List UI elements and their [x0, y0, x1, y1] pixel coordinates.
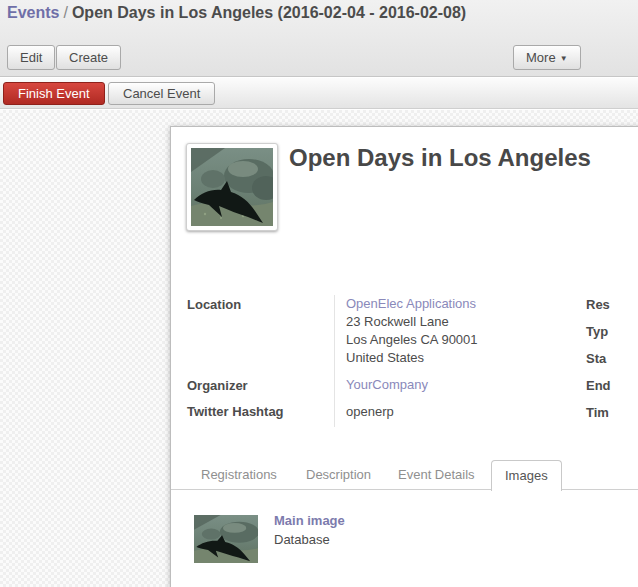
start-date-label: Sta	[586, 351, 638, 366]
twitter-hashtag-label: Twitter Hashtag	[187, 404, 332, 419]
tab-registrations[interactable]: Registrations	[201, 467, 277, 482]
responsible-label: Res	[586, 297, 638, 312]
event-photo-underwater	[191, 148, 273, 226]
form-sheet: Open Days in Los Angeles Location OpenEl…	[170, 126, 638, 587]
event-photo-frame	[186, 143, 278, 231]
location-country: United States	[346, 350, 424, 365]
hashtag-text: openerp	[346, 404, 394, 419]
breadcrumb: Events/Open Days in Los Angeles (2016-02…	[7, 4, 466, 22]
location-city: Los Angeles CA 90001	[346, 332, 478, 347]
organizer-link[interactable]: YourCompany	[346, 377, 428, 392]
main-image-link[interactable]: Main image	[274, 513, 345, 528]
tab-description[interactable]: Description	[306, 467, 371, 482]
location-label: Location	[187, 297, 332, 312]
twitter-hashtag-value: openerp	[346, 403, 394, 421]
timezone-label: Tim	[586, 405, 638, 420]
breadcrumb-events-link[interactable]: Events	[7, 4, 59, 21]
cancel-event-button[interactable]: Cancel Event	[108, 82, 215, 105]
end-date-label: End	[586, 378, 638, 393]
event-form-page: Events/Open Days in Los Angeles (2016-02…	[0, 0, 638, 587]
event-title: Open Days in Los Angeles	[289, 144, 591, 172]
notebook-tabbar: Registrations Description Event Details …	[171, 459, 638, 490]
tab-event-details[interactable]: Event Details	[398, 467, 475, 482]
edit-button[interactable]: Edit	[7, 45, 55, 70]
caret-down-icon: ▼	[560, 54, 568, 63]
header-bar: Events/Open Days in Los Angeles (2016-02…	[0, 0, 638, 77]
type-label: Typ	[586, 324, 638, 339]
organizer-label: Organizer	[187, 378, 332, 393]
location-street: 23 Rockwell Lane	[346, 314, 449, 329]
breadcrumb-separator: /	[59, 4, 71, 21]
finish-event-button[interactable]: Finish Event	[3, 82, 105, 105]
content-area: Open Days in Los Angeles Location OpenEl…	[0, 110, 638, 587]
more-label: More	[526, 50, 556, 65]
field-group-divider	[334, 295, 335, 427]
main-image-source: Database	[274, 532, 330, 547]
more-dropdown-button[interactable]: More▼	[513, 45, 581, 70]
location-link[interactable]: OpenElec Applications	[346, 296, 476, 311]
status-bar: Finish Event Cancel Event	[0, 78, 638, 109]
create-button[interactable]: Create	[56, 45, 121, 70]
location-value: OpenElec Applications 23 Rockwell Lane L…	[346, 295, 478, 367]
tab-images[interactable]: Images	[491, 460, 562, 491]
main-image-thumbnail	[194, 515, 258, 563]
main-image-underwater	[194, 515, 258, 563]
organizer-value: YourCompany	[346, 376, 428, 394]
breadcrumb-current: Open Days in Los Angeles (2016-02-04 - 2…	[72, 4, 466, 21]
